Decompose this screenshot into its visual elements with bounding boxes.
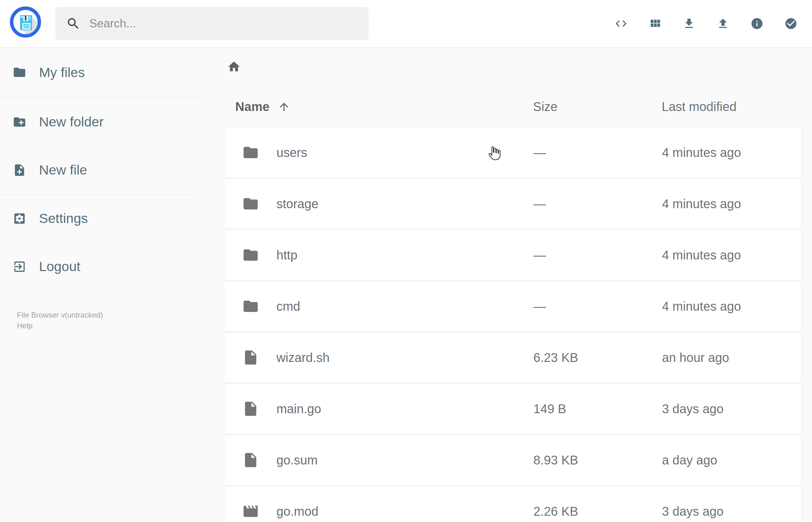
file-row-wizard.sh[interactable]: wizard.sh 6.23 KB an hour ago bbox=[224, 333, 802, 383]
sidebar-item-settings[interactable]: Settings bbox=[0, 194, 199, 242]
file-row-storage[interactable]: storage — 4 minutes ago bbox=[224, 179, 802, 229]
folder-icon bbox=[242, 298, 259, 315]
sidebar-item-label: My files bbox=[39, 65, 85, 80]
topbar bbox=[0, 0, 812, 47]
file-size: — bbox=[533, 197, 662, 211]
file-modified: an hour ago bbox=[662, 350, 801, 365]
sidebar-item-label: Settings bbox=[39, 211, 88, 226]
column-header-modified[interactable]: Last modified bbox=[662, 100, 802, 114]
sidebar-item-label: Logout bbox=[39, 259, 81, 274]
new-folder-icon bbox=[13, 115, 26, 129]
column-header-name[interactable]: Name bbox=[224, 100, 533, 114]
file-name: storage bbox=[277, 197, 318, 211]
file-size: 6.23 KB bbox=[533, 350, 662, 365]
app-version-text: File Browser v(untracked) bbox=[17, 310, 103, 320]
sidebar-item-logout[interactable]: Logout bbox=[0, 242, 199, 290]
file-modified: 4 minutes ago bbox=[662, 197, 801, 211]
search-bar[interactable] bbox=[55, 7, 369, 40]
grid-view-icon[interactable] bbox=[648, 17, 662, 30]
sidebar-item-my-files[interactable]: My files bbox=[0, 47, 199, 98]
file-name: go.sum bbox=[277, 453, 318, 467]
file-name: go.mod bbox=[277, 504, 318, 519]
sidebar-item-new-folder[interactable]: New folder bbox=[0, 98, 199, 146]
file-size: 8.93 KB bbox=[533, 453, 662, 467]
file-size: 2.26 KB bbox=[533, 504, 662, 519]
code-icon[interactable] bbox=[614, 17, 628, 30]
file-row-users[interactable]: users — 4 minutes ago bbox=[224, 127, 802, 178]
file-name: main.go bbox=[277, 402, 321, 416]
file-row-http[interactable]: http — 4 minutes ago bbox=[224, 230, 802, 280]
logout-icon bbox=[13, 260, 26, 274]
new-file-icon bbox=[13, 163, 26, 177]
file-modified: a day ago bbox=[662, 453, 801, 467]
file-row-go.mod[interactable]: go.mod 2.26 KB 3 days ago bbox=[224, 486, 802, 522]
info-icon[interactable] bbox=[750, 17, 764, 30]
file-icon bbox=[242, 451, 259, 468]
file-browser-logo-icon[interactable] bbox=[10, 6, 41, 38]
file-size: — bbox=[533, 146, 662, 160]
file-size: — bbox=[533, 248, 662, 262]
file-name: http bbox=[277, 248, 298, 262]
listing-rows: users — 4 minutes ago storage — 4 minute… bbox=[224, 127, 802, 522]
folder-icon bbox=[242, 195, 259, 212]
sidebar: My files New folder New file Settings Lo… bbox=[0, 47, 199, 522]
breadcrumb bbox=[224, 47, 802, 86]
help-link[interactable]: Help bbox=[17, 320, 103, 331]
file-modified: 4 minutes ago bbox=[662, 248, 801, 262]
select-multiple-icon[interactable] bbox=[784, 17, 797, 30]
sidebar-footer: File Browser v(untracked) Help bbox=[17, 310, 103, 331]
file-name: cmd bbox=[277, 299, 300, 314]
file-modified: 3 days ago bbox=[662, 402, 801, 416]
listing-header: Name Size Last modified bbox=[224, 86, 802, 127]
folder-icon bbox=[13, 65, 26, 79]
settings-icon bbox=[13, 212, 26, 225]
sidebar-item-label: New file bbox=[39, 162, 87, 178]
search-input[interactable] bbox=[89, 17, 347, 30]
file-name: wizard.sh bbox=[277, 350, 330, 365]
topbar-actions bbox=[614, 0, 797, 47]
home-icon[interactable] bbox=[227, 60, 241, 74]
file-listing: Name Size Last modified users — 4 minute… bbox=[199, 47, 812, 522]
folder-icon bbox=[242, 144, 259, 161]
sort-ascending-icon bbox=[278, 101, 290, 113]
folder-icon bbox=[242, 246, 259, 263]
file-size: — bbox=[533, 299, 662, 314]
file-size: 149 B bbox=[533, 402, 662, 416]
file-row-cmd[interactable]: cmd — 4 minutes ago bbox=[224, 281, 802, 332]
search-icon bbox=[66, 16, 81, 31]
sidebar-item-label: New folder bbox=[39, 114, 104, 129]
file-icon bbox=[242, 349, 259, 366]
file-name: users bbox=[277, 146, 307, 160]
download-icon[interactable] bbox=[683, 17, 696, 30]
movie-icon bbox=[242, 503, 259, 520]
file-icon bbox=[242, 400, 259, 417]
file-row-main.go[interactable]: main.go 149 B 3 days ago bbox=[224, 384, 802, 434]
column-header-size[interactable]: Size bbox=[533, 100, 662, 114]
file-modified: 3 days ago bbox=[662, 504, 801, 519]
sidebar-item-new-file[interactable]: New file bbox=[0, 146, 199, 194]
upload-icon[interactable] bbox=[716, 17, 730, 30]
file-modified: 4 minutes ago bbox=[662, 146, 801, 160]
file-row-go.sum[interactable]: go.sum 8.93 KB a day ago bbox=[224, 435, 802, 485]
file-modified: 4 minutes ago bbox=[662, 299, 801, 314]
